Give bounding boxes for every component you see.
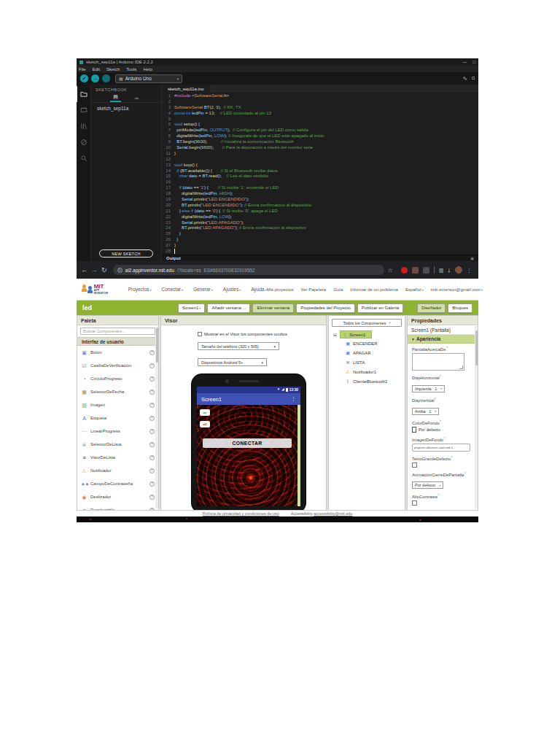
component-tree-item-clientebluetooth1[interactable]: ᛒClienteBluetooth1 (329, 376, 405, 386)
help-icon[interactable]: ? (149, 429, 155, 434)
property-textarea[interactable] (412, 353, 464, 371)
component-tree-item-lista[interactable]: ≣LISTA (329, 357, 405, 367)
property-checkbox[interactable] (412, 500, 417, 506)
palette-item-spinner[interactable]: ▾Desplegable? (77, 503, 158, 511)
help-icon[interactable]: ? (149, 403, 155, 408)
nav-menu-ayuda[interactable]: Ayuda▾ (251, 287, 266, 292)
help-icon[interactable]: ? (149, 363, 155, 368)
palette-item-slider[interactable]: ◉Deslizador? (77, 490, 158, 503)
tree-collapse-icon[interactable]: ⊟ (333, 332, 338, 337)
code-area[interactable]: 1#include <SoftwareSerial.h>23SoftwareSe… (162, 93, 478, 255)
component-tree-item-notificador1[interactable]: ⚠Notificador1 (329, 367, 405, 376)
properties-scrollbar[interactable] (475, 326, 478, 508)
property-checkbox[interactable] (412, 462, 417, 468)
toolbar-button-propiedades-del-proyecto[interactable]: Propiedades del Proyecto (296, 303, 355, 313)
phone-size-select[interactable]: Tamaño del teléfono (320 x 505)▾ (198, 342, 279, 350)
nav-link[interactable]: Ver Papelera (301, 287, 327, 292)
help-icon[interactable]: ? (149, 416, 155, 421)
nav-link[interactable]: Informar de un problema (350, 287, 398, 292)
palette-section-header[interactable]: Interfaz de usuario (77, 337, 158, 346)
site-info-icon[interactable]: ⇅ (117, 268, 122, 273)
help-icon[interactable]: ? (149, 455, 155, 460)
palette-item-list-view[interactable]: ≡VisorDeLista? (77, 451, 158, 464)
palette-search-input[interactable]: Buscar Componentes... (80, 328, 155, 335)
palette-item-label[interactable]: AEtiqueta? (77, 411, 158, 425)
show-hidden-components-checkbox[interactable] (198, 332, 202, 336)
screen-menu-icon[interactable]: ⋮ (291, 396, 296, 402)
search-icon[interactable] (77, 150, 91, 166)
browser-menu-icon[interactable]: ⋮ (467, 267, 472, 274)
debug-panel-icon[interactable] (77, 134, 91, 150)
mit-app-inventor-logo[interactable]: MIT APP INVENTOR (82, 284, 111, 295)
help-icon[interactable]: ? (149, 350, 155, 355)
nav-link[interactable]: Guía (333, 287, 343, 292)
help-icon[interactable]: ? (149, 495, 155, 500)
toolbar-button-eliminar-ventana[interactable]: Eliminar ventana (252, 303, 294, 313)
address-bar[interactable]: ⇅ ai2.appinventor.mit.edu/?locale=es_ES#… (113, 265, 384, 275)
help-icon[interactable]: ? (149, 481, 155, 487)
upload-button[interactable]: → (91, 74, 99, 82)
off-button[interactable]: off (200, 421, 210, 427)
component-tree-item-apagar[interactable]: ▣APAGAR (329, 348, 405, 357)
palette-item-list-picker[interactable]: ≣SelectorDeLista? (77, 438, 158, 451)
verify-button[interactable]: ✓ (80, 74, 88, 82)
extension-icon[interactable] (412, 267, 419, 274)
help-icon[interactable]: ? (149, 442, 155, 447)
property-color-row[interactable]: Por defecto (412, 427, 473, 433)
arduino-menu-sketch[interactable]: Sketch (106, 67, 120, 71)
view-button-bloques[interactable]: Bloques (448, 303, 472, 313)
language-menu[interactable]: Español▾ (405, 287, 424, 292)
local-sketchbook-tab[interactable]: ▤ (110, 93, 121, 102)
help-icon[interactable]: ? (149, 376, 155, 382)
property-file-value[interactable]: pngtree-abstract-cool-red-li... (412, 444, 470, 452)
library-manager-icon[interactable] (77, 118, 91, 134)
bookmark-star-icon[interactable]: ☆ (388, 267, 393, 274)
component-tree-item-encender[interactable]: ▣ENCENDER (329, 338, 405, 348)
clear-output-icon[interactable]: ▣ (470, 256, 474, 260)
output-panel-header[interactable]: Output ▣ (162, 255, 478, 261)
download-icon[interactable]: ⭣ (448, 267, 450, 274)
editor-tab[interactable]: sketch_sep11a.ino (162, 85, 211, 93)
cloud-sketchbook-tab[interactable]: ☁ (131, 94, 142, 101)
toolbar-button-screen1[interactable]: Screen1▾ (178, 303, 205, 313)
new-sketch-button[interactable]: NEW SKETCH (99, 249, 153, 258)
toolbar-button-publicar-en-galer-a[interactable]: Publicar en Galería (357, 303, 403, 313)
nav-menu-ajustes[interactable]: Ajustes▾ (223, 287, 241, 292)
view-button-diseñador[interactable]: Diseñador (417, 303, 446, 313)
boards-manager-icon[interactable] (77, 102, 91, 118)
sidepanel-icon[interactable]: ▥ (439, 267, 444, 274)
serial-plotter-icon[interactable]: ∿ (462, 75, 467, 82)
privacy-link[interactable]: Política de privacidad y condiciones de … (203, 511, 279, 516)
debug-button[interactable]: ◦ (102, 74, 110, 82)
component-tree-root[interactable]: ▯ Screen1 (340, 330, 372, 338)
nav-menu-conectar[interactable]: Conectar▾ (162, 287, 183, 292)
property-select[interactable]: Izquierda : 1▾ (412, 385, 445, 392)
components-filter-dropdown[interactable]: Todos los Componentes▾ (332, 319, 402, 327)
nav-menu-proyectos[interactable]: Proyectos▾ (128, 287, 152, 292)
back-button[interactable]: ← (81, 267, 88, 274)
palette-item-image[interactable]: ▨Imagen? (77, 398, 158, 411)
device-select[interactable]: Dispositivos Android 5+▾ (198, 358, 267, 366)
palette-item-circular-progress[interactable]: ◔CírculoProgreso? (77, 372, 158, 385)
property-select[interactable]: Arriba : 1▾ (412, 408, 439, 415)
restore-button[interactable]: □ (472, 60, 475, 64)
sketchbook-item[interactable]: sketch_sep11a (91, 103, 161, 111)
palette-item-password[interactable]: ∗∗CampoDeContraseña? (77, 477, 158, 490)
palette-scrollbar[interactable] (155, 326, 158, 508)
sketchbook-icon[interactable] (77, 86, 91, 102)
profile-avatar[interactable] (455, 266, 462, 274)
serial-monitor-icon[interactable]: ⌑ (472, 75, 475, 82)
on-button[interactable]: on (200, 409, 210, 416)
extension-icon-2[interactable] (423, 267, 429, 274)
reload-button[interactable]: ↻ (101, 267, 107, 274)
minimize-button[interactable]: — (462, 60, 467, 64)
palette-item-date-picker[interactable]: ▦SelectorDeFecha? (77, 385, 158, 398)
board-selector[interactable]: ▦ Arduino Uno ▾ (115, 74, 182, 83)
arduino-menu-file[interactable]: File (79, 67, 86, 71)
arduino-menu-edit[interactable]: Edit (93, 67, 100, 71)
connect-button[interactable]: CONECTAR (203, 438, 292, 448)
arduino-menu-help[interactable]: Help (143, 67, 152, 71)
adblock-extension-icon[interactable] (401, 267, 408, 274)
nav-link[interactable]: Mis proyectos (267, 287, 294, 292)
account-menu[interactable]: imb.emerson@gmail.com▾ (431, 287, 483, 292)
